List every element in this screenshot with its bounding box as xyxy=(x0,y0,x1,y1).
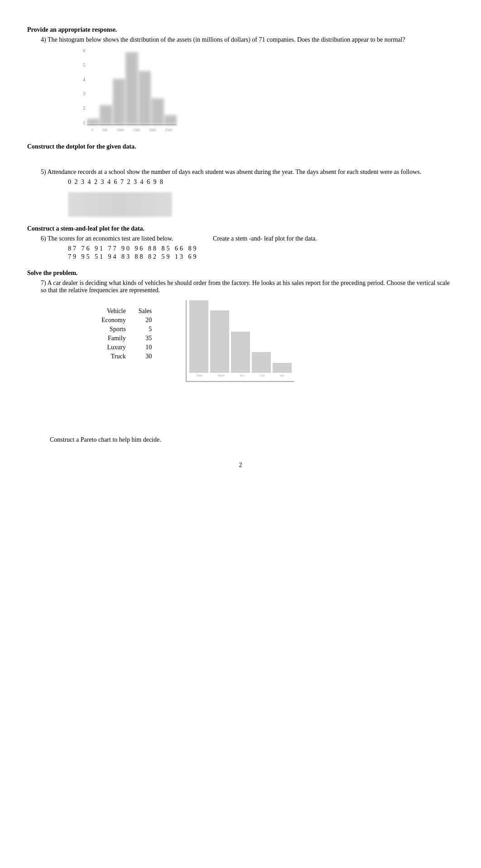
col-header-vehicle: Vehicle xyxy=(95,307,132,316)
pareto-bar-luxury xyxy=(252,352,271,373)
x-economy: Eco xyxy=(240,374,245,377)
hbar-2 xyxy=(100,105,112,125)
table-row: Luxury 10 xyxy=(95,343,158,352)
question-5-text: 5) Attendance records at a school show t… xyxy=(41,169,454,176)
x-label-1: 0 xyxy=(91,128,93,132)
vehicle-sports: Sports xyxy=(95,325,132,334)
table-row: Family 35 xyxy=(95,334,158,343)
section-stem-leaf: Construct a stem‑and‑leaf plot for the d… xyxy=(27,225,454,260)
construct-pareto-label: Construct a Pareto chart to help him dec… xyxy=(50,436,454,444)
y-tick-4: 4 xyxy=(77,77,85,82)
question-7-number: 7) xyxy=(41,280,46,286)
question-5-block: 5) Attendance records at a school show t… xyxy=(41,169,454,217)
x-luxury: Lux xyxy=(260,374,265,377)
question-4-body: The histogram below shows the distributi… xyxy=(48,36,405,43)
vehicle-luxury: Luxury xyxy=(95,343,132,352)
section-header-provide: Provide an appropriate response. xyxy=(27,26,454,34)
sales-family: 35 xyxy=(132,334,159,343)
pareto-bar-truck xyxy=(210,310,229,373)
hbar-1 xyxy=(87,119,99,125)
section-header-stem: Construct a stem‑and‑leaf plot for the d… xyxy=(27,225,454,232)
pareto-bar-economy xyxy=(231,332,250,373)
pareto-bar-sports xyxy=(273,363,292,373)
col-header-sales: Sales xyxy=(132,307,159,316)
section-header-solve: Solve the problem. xyxy=(27,270,454,277)
sales-economy: 20 xyxy=(132,316,159,325)
create-stem-label: Create a stem ‑and‑ leaf plot for the da… xyxy=(213,235,317,242)
section-provide-response: Provide an appropriate response. 4) The … xyxy=(27,26,454,134)
table-row: Truck 30 xyxy=(95,352,158,361)
pareto-bars xyxy=(187,300,294,373)
section-dotplot: Construct the dotplot for the given data… xyxy=(27,143,454,217)
x-label-5: 2000 xyxy=(149,128,156,132)
x-label-6: 2500 xyxy=(165,128,172,132)
histogram-container: 6 5 4 3 2 1 0 500 xyxy=(77,48,177,134)
question-4-block: 4) The histogram below shows the distrib… xyxy=(41,36,454,134)
page-number: 2 xyxy=(27,462,454,469)
x-label-2: 500 xyxy=(102,128,107,132)
question-5-number: 5) xyxy=(41,169,46,175)
hbar-6 xyxy=(151,98,164,125)
question-5-data: 0 2 3 4 2 3 4 6 7 2 3 4 6 9 8 xyxy=(68,178,454,186)
x-sports: Spt xyxy=(280,374,284,377)
hbar-3 xyxy=(113,79,125,125)
y-tick-6: 6 xyxy=(77,48,85,53)
pareto-bar-family xyxy=(189,300,208,373)
pareto-x-labels: Fam Truck Eco Lux Spt xyxy=(187,374,294,377)
section-header-dotplot: Construct the dotplot for the given data… xyxy=(27,143,454,150)
question-5-body: Attendance records at a school show the … xyxy=(47,169,421,175)
y-tick-2: 2 xyxy=(77,106,85,111)
question-7-block: 7) A car dealer is deciding what kinds o… xyxy=(41,280,454,444)
sales-sports: 5 xyxy=(132,325,159,334)
question-4-text: 4) The histogram below shows the distrib… xyxy=(41,36,454,43)
table-row: Economy 20 xyxy=(95,316,158,325)
y-tick-1: 1 xyxy=(77,120,85,125)
x-label-4: 1500 xyxy=(133,128,140,132)
section-solve: Solve the problem. 7) A car dealer is de… xyxy=(27,270,454,444)
econ-scores: 87 76 91 77 90 96 88 85 66 89 79 95 51 9… xyxy=(68,245,454,260)
histogram-bars xyxy=(87,48,177,125)
question-6-number: 6) xyxy=(41,235,46,242)
y-tick-3: 3 xyxy=(77,91,85,96)
x-truck: Truck xyxy=(217,374,225,377)
table-chart-wrapper: Vehicle Sales Economy 20 Sports 5 Family xyxy=(59,300,454,391)
sales-truck: 30 xyxy=(132,352,159,361)
hbar-5 xyxy=(139,71,151,125)
scores-row-1: 87 76 91 77 90 96 88 85 66 89 xyxy=(68,245,454,252)
table-row: Sports 5 xyxy=(95,325,158,334)
vehicle-truck: Truck xyxy=(95,352,132,361)
hbar-4 xyxy=(125,52,138,125)
hbar-7 xyxy=(164,115,177,125)
vehicle-family: Family xyxy=(95,334,132,343)
histogram-x-labels: 0 500 1000 1500 2000 2500 xyxy=(87,128,177,132)
vehicle-sales-table: Vehicle Sales Economy 20 Sports 5 Family xyxy=(95,307,158,361)
x-label-3: 1000 xyxy=(116,128,124,132)
question-7-body: A car dealer is deciding what kinds of v… xyxy=(41,280,450,294)
question-6-block: 6) The scores for an economics test are … xyxy=(41,235,454,260)
scores-row-2: 79 95 51 94 83 88 82 59 13 69 xyxy=(68,253,454,260)
pareto-chart-area: Fam Truck Eco Lux Spt xyxy=(186,300,294,382)
y-tick-5: 5 xyxy=(77,63,85,68)
vehicle-economy: Economy xyxy=(95,316,132,325)
question-4-number: 4) xyxy=(41,36,46,43)
question-7-text: 7) A car dealer is deciding what kinds o… xyxy=(41,280,454,294)
x-family: Fam xyxy=(197,374,202,377)
sales-luxury: 10 xyxy=(132,343,159,352)
question-6-body: The scores for an economics test are lis… xyxy=(48,235,173,242)
dotplot-placeholder xyxy=(68,192,172,217)
